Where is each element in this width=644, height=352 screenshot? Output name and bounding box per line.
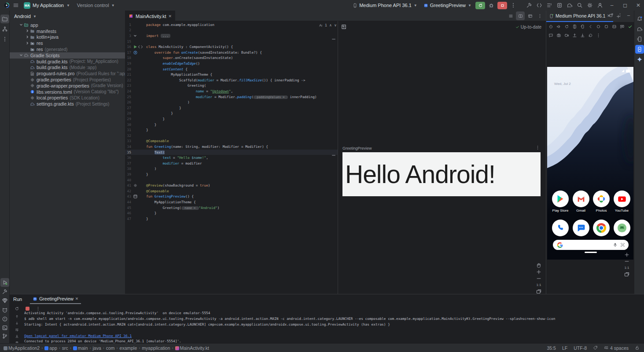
compose-preview-canvas[interactable]: Hello Android!	[342, 152, 541, 196]
zoom-reset-button[interactable]: 1:1	[623, 265, 631, 271]
more-button[interactable]	[535, 11, 544, 20]
indent-widget[interactable]: 4 spaces	[604, 345, 629, 351]
messages-app-icon[interactable]	[573, 220, 589, 236]
code-line-34[interactable]: 34fun Greeting(name: String, modifier: M…	[125, 144, 338, 150]
code-line-46[interactable]: 46 }	[125, 210, 338, 216]
gmail-app-icon[interactable]	[573, 191, 589, 207]
close-icon[interactable]: ✕	[168, 14, 172, 18]
breadcrumb-item[interactable]: app	[44, 345, 57, 351]
volume-button[interactable]	[555, 23, 563, 30]
code-line-29[interactable]: 29 }	[125, 116, 338, 122]
version-control-widget[interactable]: Version control ▼	[74, 1, 118, 10]
code-line-30[interactable]: 30 }	[125, 122, 338, 128]
zoom-fit-button[interactable]	[623, 271, 631, 277]
account-button[interactable]	[596, 1, 604, 10]
breadcrumb-item[interactable]: com	[106, 345, 115, 351]
prev-problem-icon[interactable]: ∧	[329, 23, 332, 27]
preview-more-icon[interactable]	[535, 145, 540, 150]
code-line-17[interactable]: 17 override fun onCreate(savedInstanceSt…	[125, 50, 338, 55]
run-configuration-selector[interactable]: GreetingPreview ▼	[421, 1, 474, 10]
screenshot-button[interactable]	[611, 23, 618, 30]
tool-strip-version-control[interactable]	[0, 332, 9, 341]
preview-grid-icon[interactable]	[341, 24, 347, 30]
gradle-sync-button[interactable]	[565, 1, 574, 10]
sync-ok-button[interactable]	[626, 23, 634, 30]
android-app-icon[interactable]	[614, 220, 630, 236]
run-tab-greetingpreview[interactable]: GreetingPreview ✕	[30, 294, 81, 304]
gutter-icons[interactable]	[133, 34, 145, 37]
zoom-fit-button[interactable]	[535, 289, 543, 294]
stop-button[interactable]	[497, 2, 507, 9]
soft-wrap-button[interactable]	[12, 327, 21, 333]
tree-item-build-gradle-kts[interactable]: build.gradle.kts(Module :app)	[10, 65, 125, 71]
code-line-1[interactable]: 1package com.example.myapplication	[125, 22, 338, 28]
app-inspection-button[interactable]	[555, 1, 564, 10]
chevron-right-icon[interactable]	[25, 41, 30, 45]
breadcrumb-item[interactable]: main	[73, 345, 88, 351]
design-view-button[interactable]	[526, 11, 534, 20]
chrome-app-icon[interactable]	[593, 220, 610, 236]
code-line-20[interactable]: 20 setContent {	[125, 66, 338, 72]
run-console[interactable]: Activating Activity 'androidx.compose.ui…	[24, 311, 640, 342]
breadcrumb-item[interactable]: myapplication	[142, 345, 170, 351]
open-in-window-button[interactable]	[607, 11, 615, 19]
tag-icon[interactable]	[593, 345, 598, 350]
code-line-32[interactable]: 32	[125, 133, 338, 139]
device-selector[interactable]: Medium Phone API 36.1 ▼	[350, 1, 420, 10]
breadcrumb-item[interactable]: MainActivity.kt	[175, 345, 209, 351]
message-button[interactable]	[547, 32, 555, 39]
chevron-down-icon[interactable]	[18, 53, 24, 57]
editor-tab-mainactivity[interactable]: MainActivity.kt ✕	[125, 11, 175, 21]
tree-item-gradle-scripts[interactable]: Gradle Scripts	[10, 52, 125, 59]
tool-strip-device-manager[interactable]	[635, 35, 644, 44]
device-options-button[interactable]	[615, 11, 624, 19]
code-line-3[interactable]: 3import ...	[125, 33, 338, 39]
photos-app-icon[interactable]	[593, 191, 610, 207]
tool-strip-more[interactable]	[0, 35, 9, 44]
history-button[interactable]	[587, 32, 594, 39]
code-line-28[interactable]: 28 }	[125, 111, 338, 117]
nav-back-button[interactable]	[587, 23, 594, 30]
zoom-in-button[interactable]	[623, 252, 631, 257]
pan-hand-icon[interactable]	[535, 262, 543, 268]
scroll-down-button[interactable]	[12, 320, 21, 326]
breadcrumb-item[interactable]: example	[120, 345, 137, 351]
zoom-out-button[interactable]	[623, 258, 631, 264]
tool-strip-structure[interactable]	[0, 25, 9, 33]
install-button[interactable]	[579, 32, 586, 39]
code-line-33[interactable]: 33@Composable	[125, 139, 338, 144]
console-logcat-link[interactable]: Open logcat panel for emulator Medium Ph…	[24, 334, 640, 340]
rotate-phone-button[interactable]	[579, 23, 586, 30]
window-close-button[interactable]: ✕	[633, 0, 644, 11]
gutter-icons[interactable]	[133, 51, 145, 55]
preview-name-label[interactable]: GreetingPreview	[342, 146, 372, 150]
project-view-selector[interactable]: Android ▼	[10, 11, 125, 22]
search-button[interactable]	[575, 1, 584, 10]
code-line-45[interactable]: 45 Greeting( name = "Android")	[125, 205, 338, 211]
code-line-43[interactable]: 43fun GreetingPreview() {	[125, 194, 338, 200]
tree-item-proguard-rules-pro[interactable]: proguard-rules.pro(ProGuard Rules for ":…	[10, 70, 125, 77]
nav-overview-button[interactable]	[603, 23, 610, 30]
more-actions-button[interactable]	[509, 1, 518, 10]
tool-strip-notifications[interactable]	[635, 15, 644, 23]
window-minimize-button[interactable]: –	[606, 0, 618, 11]
task-list-button[interactable]	[545, 1, 554, 10]
code-assist-button[interactable]	[535, 1, 544, 10]
editor-split-divider[interactable]	[338, 21, 338, 294]
main-menu-button[interactable]	[11, 1, 20, 10]
snapshot-button[interactable]	[618, 23, 626, 30]
code-line-25[interactable]: 25 modifier = Modifier.padding( paddingV…	[125, 94, 338, 100]
more-button[interactable]	[595, 32, 602, 39]
fold-phone-button[interactable]	[571, 23, 578, 30]
code-line-42[interactable]: 42@Composable	[125, 188, 338, 194]
tool-strip-running-devices[interactable]	[635, 45, 644, 54]
tree-item-res[interactable]: res	[10, 40, 125, 46]
chevron-right-icon[interactable]	[25, 35, 30, 39]
tree-item-libs-versions-toml[interactable]: libs.versions.toml(Version Catalog "libs…	[10, 89, 125, 95]
tool-strip-build[interactable]	[0, 287, 9, 296]
code-line-24[interactable]: 24 name = "Uptodown",	[125, 88, 338, 94]
code-line-47[interactable]: 47}	[125, 216, 338, 222]
unlock-icon[interactable]	[635, 345, 640, 350]
debug-button[interactable]	[487, 1, 496, 10]
tree-item-app[interactable]: app	[10, 22, 125, 28]
